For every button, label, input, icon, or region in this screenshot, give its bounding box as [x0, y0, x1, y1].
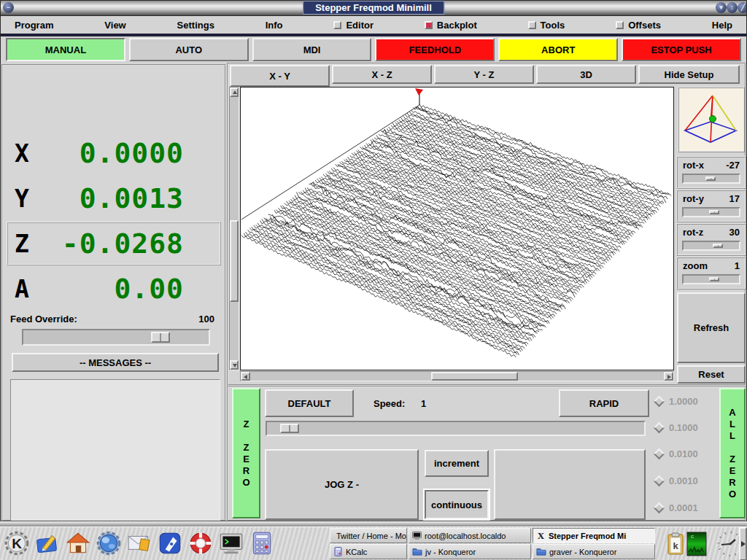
- jog-speed-slider[interactable]: [266, 421, 646, 436]
- konqueror-icon[interactable]: [93, 528, 124, 559]
- rot-y-value: 17: [729, 193, 740, 204]
- estop-button[interactable]: ESTOP PUSH: [622, 38, 741, 61]
- default-button[interactable]: DEFAULT: [265, 389, 354, 417]
- feed-override-slider[interactable]: [22, 329, 210, 346]
- menu-backplot[interactable]: Backplot: [425, 20, 477, 31]
- refresh-button[interactable]: Refresh: [677, 292, 746, 363]
- plot-hscrollbar[interactable]: [240, 371, 674, 381]
- kmail-icon[interactable]: [124, 528, 155, 559]
- view-xy-button[interactable]: X - Y: [230, 65, 330, 87]
- jog-z-minus-button[interactable]: JOG Z -: [265, 449, 419, 520]
- panel-hide-arrow-icon[interactable]: [739, 527, 747, 560]
- help-icon[interactable]: [185, 528, 216, 559]
- backplot-checkbox-icon[interactable]: [425, 21, 433, 29]
- menu-settings[interactable]: Settings: [177, 20, 214, 31]
- z-zero-button[interactable]: Z Z E R O: [232, 388, 260, 518]
- zoom-slider-thumb[interactable]: [709, 277, 719, 281]
- view-3d-button[interactable]: 3D: [536, 65, 636, 84]
- rot-z-slider[interactable]: [682, 241, 740, 251]
- rot-y-slider[interactable]: [682, 207, 740, 217]
- rot-x-value: -27: [726, 160, 740, 171]
- continuous-button[interactable]: continuous: [425, 490, 489, 519]
- view-xz-button[interactable]: X - Z: [332, 65, 432, 84]
- hide-setup-button[interactable]: Hide Setup: [638, 65, 740, 84]
- increment-radio-4[interactable]: 0.0010: [655, 473, 698, 488]
- feedhold-button[interactable]: FEEDHOLD: [375, 38, 495, 61]
- taskbar: K M Twitter / Home - Mozilla: [0, 526, 747, 560]
- desktop-edit-icon[interactable]: [32, 528, 63, 559]
- radio-diamond-icon[interactable]: [654, 502, 665, 513]
- offsets-checkbox-icon[interactable]: [616, 21, 624, 29]
- window-bottom-edge[interactable]: [0, 521, 747, 526]
- rot-y-label: rot-y: [683, 193, 704, 204]
- increment-radio-5[interactable]: 0.0001: [655, 500, 698, 515]
- close-icon[interactable]: ╱: [738, 2, 747, 13]
- plot-vscrollbar-thumb[interactable]: [230, 220, 239, 302]
- jog-speed-slider-thumb[interactable]: [280, 424, 299, 433]
- task-jv-konqueror[interactable]: jv - Konqueror: [409, 544, 531, 559]
- increment-radio-3[interactable]: 0.0100: [655, 446, 698, 461]
- shade-icon[interactable]: ▾: [716, 2, 727, 13]
- resize-icon[interactable]: ↕: [727, 2, 738, 13]
- reset-button[interactable]: Reset: [677, 365, 746, 384]
- kate-icon[interactable]: [155, 528, 185, 559]
- rot-y-slider-thumb[interactable]: [709, 210, 719, 214]
- axis-letter-z: Z: [15, 230, 29, 258]
- auto-button[interactable]: AUTO: [129, 38, 249, 61]
- home-folder-icon[interactable]: [63, 528, 93, 559]
- konsole-icon[interactable]: [216, 528, 247, 559]
- task-graver-konqueror[interactable]: graver - Konqueror: [533, 544, 655, 559]
- increment-radio-1[interactable]: 1.0000: [655, 394, 698, 408]
- increment-radio-2[interactable]: 0.1000: [655, 420, 698, 435]
- menu-program[interactable]: Program: [15, 20, 53, 31]
- editor-checkbox-icon[interactable]: [333, 21, 341, 29]
- plot-hscrollbar-thumb[interactable]: [431, 372, 518, 381]
- backplot-canvas[interactable]: [240, 87, 674, 370]
- scroll-right-icon[interactable]: [664, 372, 673, 381]
- mdi-button[interactable]: MDI: [252, 38, 372, 61]
- rot-x-slider[interactable]: [682, 174, 740, 184]
- menu-view[interactable]: View: [104, 20, 125, 31]
- manual-button[interactable]: MANUAL: [6, 38, 125, 61]
- radio-diamond-icon[interactable]: [654, 395, 665, 407]
- feed-override-value: 100: [198, 314, 214, 324]
- increment-button[interactable]: increment: [425, 450, 489, 477]
- radio-diamond-icon[interactable]: [654, 475, 665, 486]
- radio-diamond-icon[interactable]: [654, 421, 665, 433]
- menu-editor[interactable]: Editor: [333, 20, 374, 31]
- minimize-icon[interactable]: −: [3, 2, 14, 13]
- menu-offsets[interactable]: Offsets: [616, 20, 661, 31]
- rot-x-slider-thumb[interactable]: [705, 176, 716, 181]
- abort-button[interactable]: ABORT: [498, 38, 618, 61]
- system-monitor-icon[interactable]: c: [686, 532, 707, 559]
- scroll-up-icon[interactable]: [230, 88, 239, 97]
- zoom-slider[interactable]: [682, 274, 740, 284]
- feed-override-slider-thumb[interactable]: [151, 332, 170, 343]
- orientation-pyramid-icon: [678, 87, 745, 152]
- radio-diamond-icon[interactable]: [654, 448, 665, 459]
- rapid-button[interactable]: RAPID: [559, 389, 649, 417]
- menu-info[interactable]: Info: [266, 20, 283, 31]
- task-kcalc[interactable]: KCalc: [330, 544, 407, 559]
- task-terminal[interactable]: root@localhost.localdo: [409, 528, 531, 543]
- view-yz-button[interactable]: Y - Z: [434, 65, 534, 84]
- scroll-down-icon[interactable]: [230, 360, 239, 370]
- rot-z-value: 30: [729, 227, 740, 238]
- menu-help[interactable]: Help: [712, 20, 732, 31]
- k-menu-icon[interactable]: K: [1, 528, 32, 559]
- folder-icon: [412, 547, 422, 556]
- plot-vscrollbar[interactable]: [229, 87, 239, 370]
- task-stepper-freqmod[interactable]: X Stepper Freqmod Mi: [533, 528, 655, 543]
- menu-tools[interactable]: Tools: [528, 20, 565, 31]
- terminal-icon: [412, 531, 422, 540]
- kcalc-icon[interactable]: [247, 528, 277, 559]
- klipper-icon[interactable]: k: [666, 532, 685, 558]
- scroll-left-icon[interactable]: [241, 372, 250, 381]
- all-zero-button[interactable]: A L L Z E R O: [719, 388, 746, 518]
- task-mozilla[interactable]: M Twitter / Home - Mozilla: [330, 528, 407, 543]
- titlebar[interactable]: − Stepper Freqmod Minimill ▾ ↕ ╱: [0, 0, 747, 16]
- messages-button[interactable]: -- MESSAGES --: [12, 353, 219, 372]
- tools-checkbox-icon[interactable]: [528, 21, 536, 29]
- jog-z-plus-button[interactable]: [494, 449, 646, 520]
- rot-z-slider-thumb[interactable]: [713, 244, 723, 248]
